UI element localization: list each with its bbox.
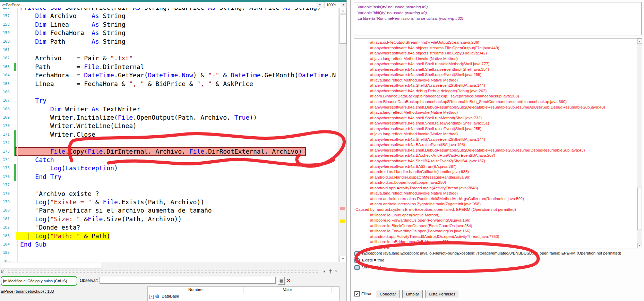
- code-line[interactable]: 186: [0, 257, 338, 262]
- stack-trace-line: at anywheresoftware.b4a.objects.streams.…: [354, 46, 636, 51]
- code-line[interactable]: 175 Log(LastException): [0, 164, 338, 172]
- warning-text: Variable 'askQty' no usada: [358, 5, 405, 9]
- scroll-up-icon[interactable]: ▲: [340, 8, 346, 14]
- limpiar-button[interactable]: Limpiar: [402, 290, 423, 298]
- code-line[interactable]: 176 End Try: [0, 173, 338, 181]
- code-line[interactable]: 174 Catch: [0, 156, 338, 164]
- code-line[interactable]: 158 Dim Linea As String: [0, 20, 338, 29]
- code-line[interactable]: 184End Sub: [0, 240, 338, 249]
- line-number: 184: [3, 242, 10, 247]
- chevron-down-icon[interactable]: ▼: [341, 2, 346, 7]
- code-line[interactable]: 173 File.Copy(File.DirInternal, Archivo,…: [0, 147, 338, 156]
- stack-trace-line: at anywheresoftware.b4a.debug.Debug.dele…: [354, 89, 636, 94]
- log-entry[interactable]: Existe = true: [354, 257, 642, 264]
- scrollbar-highlight-mark[interactable]: [340, 220, 345, 223]
- code-line[interactable]: 169 Writer.Initialize(File.OpenOutput(Pa…: [0, 113, 338, 122]
- line-number: 182: [3, 225, 10, 230]
- editor-horizontal-scrollbar[interactable]: [0, 263, 338, 268]
- code-line[interactable]: 171 Writer.Close: [0, 130, 338, 139]
- chevron-down-icon[interactable]: ▼: [322, 269, 327, 274]
- code-text: Dim FechaHora As String: [20, 29, 125, 37]
- stack-trace-line: at java.io.FileOutputStream.<init>(FileO…: [354, 40, 636, 46]
- filter-checkbox[interactable]: ✓: [354, 291, 360, 296]
- pane-splitter[interactable]: [346, 0, 351, 301]
- warning-line: La librería 'RuntimePermissions' no se u…: [358, 16, 641, 22]
- code-line[interactable]: 170 Writer.WriteLine(Linea): [0, 122, 338, 130]
- code-line[interactable]: 157 Dim Archivo As String: [0, 12, 338, 20]
- code-line[interactable]: 159 Dim FechaHora As String: [0, 29, 338, 37]
- code-line[interactable]: 179 Log("Existe = " & File.Exists(Path, …: [0, 198, 338, 206]
- code-line[interactable]: 162 Archivo = Pair & ".txt": [0, 54, 338, 62]
- editor-vscroll-thumb[interactable]: [340, 15, 346, 44]
- editor-hscroll-thumb[interactable]: [1, 263, 102, 268]
- code-line[interactable]: 177: [0, 181, 338, 189]
- code-line[interactable]: 164 FechaHora = DateTime.GetYear(DateTim…: [0, 71, 338, 79]
- log-entry[interactable]: Size: 2462: [354, 264, 642, 271]
- line-number: 159: [3, 31, 10, 35]
- code-text: Try: [20, 96, 46, 105]
- sub-selector-dropdown[interactable]: veParPrice ▼: [0, 2, 323, 8]
- code-line[interactable]: 181 Log("Size: " &File.Size(Path, Archiv…: [0, 215, 338, 223]
- code-text: Writer.Initialize(File.OpenOutput(Path, …: [20, 113, 257, 122]
- editor-surface[interactable]: 156Private Sub SaveParPrice(Pair As Stri…: [0, 0, 346, 262]
- pin-icon[interactable]: [328, 269, 333, 274]
- dock-title-bar[interactable]: ar ▼ ✕: [0, 269, 346, 274]
- stack-trace-line: at anywheresoftware.b4a.shell.Shell.runM…: [354, 116, 636, 121]
- zoom-value: 100%: [326, 3, 336, 7]
- scroll-down-icon[interactable]: ▼: [637, 243, 642, 248]
- zoom-dropdown[interactable]: 100% ▼: [325, 2, 346, 8]
- warnings-panel[interactable]: Variable 'askQty' no usada (warning #9)V…: [354, 2, 642, 35]
- editor-vertical-scrollbar[interactable]: ▲ ▼: [338, 8, 346, 262]
- code-text: Linea = FechaHora & ", " & BidPrice & ",…: [20, 80, 253, 88]
- code-line[interactable]: 166: [0, 88, 338, 96]
- log-entry[interactable]: (Exception) java.lang.Exception: java.io…: [354, 250, 642, 257]
- log-entry-text: Size: 2462: [362, 265, 381, 269]
- scrollbar-error-mark[interactable]: [340, 207, 345, 210]
- code-text: Log("Size: " &File.Size(Path, Archivo)): [20, 215, 182, 223]
- watch-label: Observar:: [80, 278, 98, 283]
- chevron-down-icon[interactable]: ▼: [317, 2, 323, 7]
- code-line[interactable]: 183 Log("Path: " & Path): [0, 232, 338, 240]
- code-line[interactable]: 182 'Donde esta?: [0, 223, 338, 232]
- watch-input[interactable]: [100, 277, 276, 284]
- watch-grid-button[interactable]: ▦: [278, 277, 285, 285]
- code-line[interactable]: 172: [0, 139, 338, 147]
- column-header-valor[interactable]: Valor: [243, 287, 332, 293]
- stack-trace-line: at anywheresoftware.b4a.shell.Shell.rais…: [354, 121, 636, 127]
- code-line[interactable]: 168 Dim Writer As TextWriter: [0, 105, 338, 113]
- line-number: 161: [3, 48, 10, 52]
- stack-trace-line: at anywheresoftware.b4a.shell.Shell.rais…: [354, 67, 636, 73]
- lista-permisos-button[interactable]: Lista Permisos: [425, 290, 459, 298]
- call-stack-link[interactable]: arPrice (binancebackup) : 183: [1, 289, 54, 293]
- stack-trace-line: at anywheresoftware.b4a.objects.streams.…: [354, 51, 636, 57]
- column-header-nombre[interactable]: Nombre: [148, 287, 243, 293]
- code-line[interactable]: 163 Path = File.DirInternal: [0, 63, 338, 71]
- code-line[interactable]: 160 Dim Path As String: [0, 37, 338, 46]
- code-text: 'Archivo existe ?: [20, 190, 99, 198]
- code-line[interactable]: 180 'Para verificar si el archivo aument…: [0, 206, 338, 215]
- log-output-panel[interactable]: at java.io.FileOutputStream.<init>(FileO…: [354, 38, 642, 249]
- warning-number: (warning #9): [405, 11, 427, 15]
- line-number: 183: [3, 234, 10, 238]
- code-line[interactable]: 178 'Archivo existe ?: [0, 190, 338, 198]
- table-row[interactable]: +DataBase: [148, 293, 339, 300]
- scroll-up-icon[interactable]: ▲: [637, 38, 642, 44]
- line-number: 179: [3, 200, 10, 204]
- code-text: File.Copy(File.DirInternal, Archivo, Fil…: [15, 147, 306, 156]
- code-text: Catch: [20, 156, 54, 164]
- close-icon[interactable]: ✕: [334, 269, 338, 274]
- changed-line-marker: [14, 173, 16, 181]
- stack-trace-line: at java.lang.reflect.Method.invoke(Nativ…: [354, 191, 636, 197]
- expand-icon[interactable]: +: [149, 295, 154, 299]
- code-line[interactable]: 165 Linea = FechaHora & ", " & BidPrice …: [0, 80, 338, 88]
- conectar-button[interactable]: Conectar: [376, 290, 400, 298]
- log-vscroll-thumb[interactable]: [637, 188, 642, 230]
- code-line[interactable]: 185: [0, 249, 338, 257]
- code-text: End Sub: [20, 240, 46, 249]
- log-vertical-scrollbar[interactable]: ▲ ▼: [637, 38, 642, 248]
- code-line[interactable]: 161: [0, 46, 338, 54]
- watch-clear-button[interactable]: ✕: [285, 277, 292, 284]
- code-line[interactable]: 167 Try: [0, 96, 338, 105]
- stack-trace-line: at libcore.io.IoBridge.open(IoBridge.jav…: [354, 240, 636, 245]
- scroll-down-icon[interactable]: ▼: [340, 256, 346, 262]
